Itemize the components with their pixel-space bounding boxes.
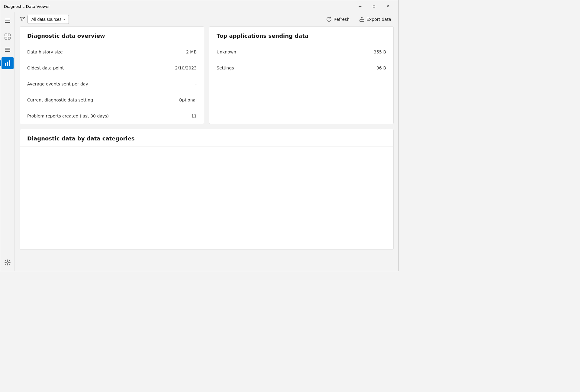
top-panels: Diagnostic data overview Data history si…	[20, 26, 394, 124]
maximize-button[interactable]: □	[367, 2, 381, 11]
oldest-data-point-label: Oldest data point	[27, 66, 64, 70]
filter-icon[interactable]	[20, 17, 25, 22]
svg-rect-3	[5, 34, 7, 36]
refresh-button[interactable]: Refresh	[324, 15, 352, 23]
overview-panel: Diagnostic data overview Data history si…	[20, 26, 204, 124]
settings-app-label: Settings	[217, 66, 234, 70]
overview-panel-title: Diagnostic data overview	[27, 33, 105, 39]
svg-rect-1	[5, 21, 10, 21]
settings-icon	[5, 259, 11, 265]
export-svg	[359, 17, 365, 22]
close-button[interactable]: ✕	[381, 2, 395, 11]
chevron-down-icon: ▾	[63, 18, 65, 21]
problem-reports-label: Problem reports created (last 30 days)	[27, 114, 109, 118]
svg-point-13	[7, 262, 8, 263]
export-label: Export data	[366, 17, 391, 22]
top-apps-panel-body: Unknown 355 B Settings 96 B	[209, 44, 393, 76]
diag-setting-label: Current diagnostic data setting	[27, 98, 93, 102]
svg-rect-9	[5, 51, 10, 52]
sidebar-item-events[interactable]	[2, 44, 14, 56]
toolbar-left: All data sources ▾	[20, 15, 69, 24]
svg-rect-11	[7, 62, 8, 66]
sidebar-top	[2, 15, 14, 69]
top-apps-panel-title: Top applications sending data	[217, 33, 308, 39]
list-icon	[5, 47, 11, 53]
refresh-icon	[326, 17, 332, 22]
overview-panel-header: Diagnostic data overview	[20, 27, 204, 44]
hamburger-button[interactable]	[2, 15, 14, 27]
table-row: Settings 96 B	[217, 60, 386, 76]
minimize-button[interactable]: ─	[353, 2, 367, 11]
table-row: Oldest data point 2/10/2023	[27, 60, 197, 76]
table-row: Data history size 2 MB	[27, 44, 197, 60]
table-row: Average events sent per day -	[27, 76, 197, 92]
problem-reports-value: 11	[191, 114, 197, 118]
table-row: Unknown 355 B	[217, 44, 386, 60]
unknown-app-label: Unknown	[217, 50, 236, 54]
sidebar-item-settings[interactable]	[2, 256, 14, 268]
export-button[interactable]: Export data	[357, 15, 394, 23]
svg-rect-10	[5, 63, 6, 66]
title-bar: Diagnostic Data Viewer ─ □ ✕	[0, 0, 398, 12]
svg-rect-7	[5, 48, 10, 49]
svg-rect-14	[360, 20, 364, 21]
table-row: Current diagnostic data setting Optional	[27, 92, 197, 108]
app-title: Diagnostic Data Viewer	[4, 4, 50, 9]
sidebar-bottom	[2, 256, 14, 271]
svg-rect-0	[5, 19, 10, 19]
funnel-icon	[20, 17, 25, 22]
refresh-label: Refresh	[334, 17, 350, 22]
data-history-size-value: 2 MB	[186, 50, 197, 54]
sidebar	[0, 12, 15, 271]
svg-rect-5	[5, 37, 7, 39]
avg-events-label: Average events sent per day	[27, 82, 88, 86]
refresh-svg	[326, 17, 332, 22]
toolbar-right: Refresh Export data	[324, 15, 394, 23]
unknown-app-value: 355 B	[374, 50, 386, 54]
grid-icon	[5, 34, 11, 40]
hamburger-icon	[5, 19, 10, 23]
data-history-size-label: Data history size	[27, 50, 63, 54]
diag-setting-value: Optional	[179, 98, 197, 102]
sidebar-item-overview[interactable]	[2, 31, 14, 43]
categories-panel-title: Diagnostic data by data categories	[27, 135, 135, 142]
svg-rect-6	[8, 37, 10, 39]
svg-rect-8	[5, 50, 10, 50]
avg-events-value: -	[195, 82, 197, 86]
chart-icon	[5, 60, 11, 66]
export-icon	[359, 17, 365, 22]
svg-rect-2	[5, 22, 10, 23]
svg-rect-12	[9, 60, 10, 66]
sidebar-item-diagnostics[interactable]	[2, 57, 14, 69]
settings-app-value: 96 B	[376, 66, 386, 70]
window-controls: ─ □ ✕	[353, 2, 395, 11]
overview-panel-body: Data history size 2 MB Oldest data point…	[20, 44, 204, 124]
categories-panel-header: Diagnostic data by data categories	[20, 129, 393, 147]
svg-rect-4	[8, 34, 10, 36]
oldest-data-point-value: 2/10/2023	[175, 66, 197, 70]
app-container: All data sources ▾ Refresh	[0, 12, 398, 271]
panels-area: Diagnostic data overview Data history si…	[15, 26, 398, 271]
dropdown-label: All data sources	[31, 17, 62, 22]
table-row: Problem reports created (last 30 days) 1…	[27, 108, 197, 124]
categories-panel: Diagnostic data by data categories	[20, 129, 394, 250]
main-content: All data sources ▾ Refresh	[15, 12, 398, 271]
data-source-dropdown[interactable]: All data sources ▾	[27, 15, 69, 24]
title-bar-left: Diagnostic Data Viewer	[4, 4, 50, 9]
categories-panel-body	[20, 147, 393, 249]
top-apps-panel-header: Top applications sending data	[209, 27, 393, 44]
toolbar: All data sources ▾ Refresh	[15, 12, 398, 26]
top-apps-panel: Top applications sending data Unknown 35…	[209, 26, 394, 124]
